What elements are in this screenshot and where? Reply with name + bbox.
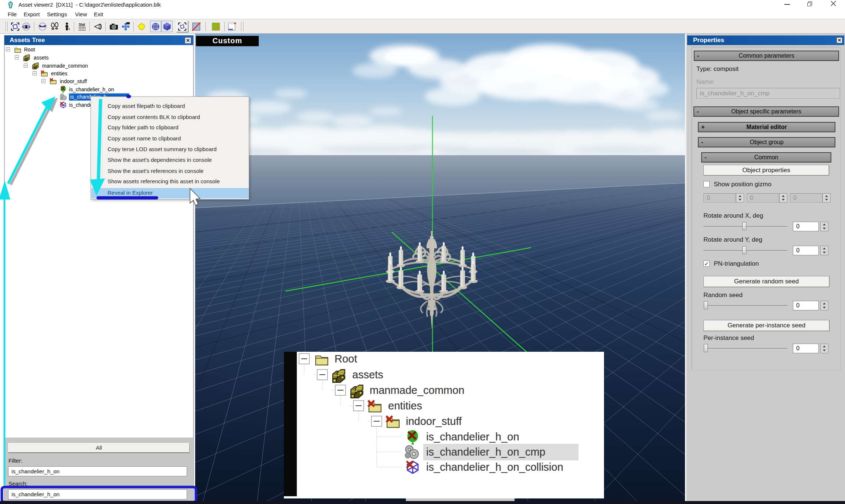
svg-text:Stat: Stat <box>79 23 85 26</box>
